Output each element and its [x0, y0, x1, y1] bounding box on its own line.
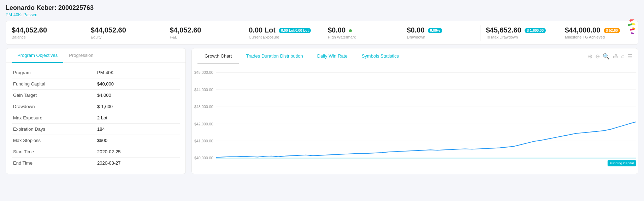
tab-daily-win-rate[interactable]: Daily Win Rate — [310, 48, 355, 64]
stat-max-drawdown-label: To Max Drawdown — [486, 35, 554, 39]
stats-bar: $44,052.60 Balance $44,052.60 Equity $4,… — [6, 21, 638, 45]
stat-milestone-value: $44,000.00 $-52.60 — [565, 26, 632, 34]
chart-toolbar: ⊕ ⊖ 🔍 🖶 ⌂ ☰ — [588, 53, 632, 60]
right-panel: Growth Chart Trades Duration Distributio… — [191, 48, 638, 174]
table-row: Drawdown $-1,600 — [12, 101, 180, 112]
stat-exposure-label: Current Exposure — [249, 35, 316, 39]
stat-balance-label: Balance — [12, 35, 79, 39]
growth-chart-svg: $45,000.00 $44,000.00 $43,000.00 $42,000… — [192, 68, 638, 174]
page-container: Leonardo Keber: 2000225763 PM-40K: Passe… — [0, 0, 644, 178]
y-label-42000: $42,000.00 — [194, 122, 213, 126]
chart-area: $45,000.00 $44,000.00 $43,000.00 $42,000… — [192, 64, 638, 174]
milestone-badge: $-52.60 — [604, 28, 620, 33]
left-panel: Program Objectives Progression Program P… — [6, 48, 186, 174]
stat-max-drawdown-value: $45,652.60 $-1,600.00 — [486, 26, 554, 34]
funding-capital-badge-text: Funding Capital — [610, 161, 634, 165]
row-key: Expiration Days — [12, 124, 96, 135]
row-value: 184 — [96, 124, 180, 135]
stat-drawdown: $0.00 0.00% Drawdown — [401, 25, 480, 41]
row-value: $600 — [96, 135, 180, 146]
row-value: 2020-08-27 — [96, 158, 180, 169]
row-key: Gain Target — [12, 90, 96, 101]
row-key: Drawdown — [12, 101, 96, 112]
stat-pnl-label: P&L — [170, 35, 237, 39]
drawdown-badge: 0.00% — [428, 28, 442, 33]
row-key: Start Time — [12, 146, 96, 158]
svg-rect-1 — [632, 23, 636, 25]
table-row: Start Time 2020-02-25 — [12, 146, 180, 158]
stat-milestone-label: Milestone TG Achieved — [565, 35, 632, 39]
row-value: $-1,600 — [96, 101, 180, 112]
stat-milestone: $44,000.00 $-52.60 Milestone TG Achieved — [559, 25, 638, 41]
stat-max-drawdown: $45,652.60 $-1,600.00 To Max Drawdown — [480, 25, 560, 41]
stat-balance: $44,052.60 Balance — [6, 25, 85, 41]
stat-exposure: 0.00 Lot 0.00 Lot/0.00 Lot Current Expos… — [243, 25, 322, 41]
account-name: Leonardo Keber: 2000225763 — [6, 4, 638, 12]
tab-symbols-statistics[interactable]: Symbols Statistics — [355, 48, 406, 64]
stat-watermark-value: $0.00 — [328, 26, 395, 34]
stat-exposure-value: 0.00 Lot 0.00 Lot/0.00 Lot — [249, 26, 316, 34]
table-row: Gain Target $4,000 — [12, 90, 180, 101]
svg-rect-3 — [632, 27, 636, 30]
table-row: Max Stoploss $600 — [12, 135, 180, 146]
watermark-indicator — [349, 29, 352, 32]
stat-drawdown-value: $0.00 0.00% — [407, 26, 474, 34]
row-value: $40,000 — [96, 78, 180, 90]
table-row: Funding Capital $40,000 — [12, 78, 180, 90]
row-value: $4,000 — [96, 90, 180, 101]
row-key: Funding Capital — [12, 78, 96, 90]
table-row: Program PM-40K — [12, 67, 180, 78]
y-label-43000: $43,000.00 — [194, 105, 213, 109]
stat-watermark: $0.00 High Watermark — [322, 25, 401, 41]
row-value: PM-40K — [96, 67, 180, 78]
row-key: End Time — [12, 158, 96, 169]
stat-pnl: $4,052.60 P&L — [164, 25, 243, 41]
stat-balance-value: $44,052.60 — [12, 26, 79, 34]
svg-rect-0 — [629, 19, 634, 22]
row-key: Max Stoploss — [12, 135, 96, 146]
tab-growth-chart[interactable]: Growth Chart — [197, 48, 239, 64]
zoom-out-icon[interactable]: ⊖ — [595, 53, 600, 60]
menu-icon[interactable]: ☰ — [627, 53, 632, 60]
y-label-45000: $45,000.00 — [194, 70, 213, 75]
tab-progression[interactable]: Progression — [63, 48, 99, 63]
row-value: 2020-02-25 — [96, 146, 180, 158]
stat-equity-value: $44,052.60 — [91, 26, 158, 34]
row-key: Max Exposure — [12, 112, 96, 124]
max-drawdown-badge: $-1,600.00 — [525, 28, 546, 33]
stat-pnl-value: $4,052.60 — [170, 26, 237, 34]
print-icon[interactable]: 🖶 — [613, 53, 618, 59]
row-value: 2 Lot — [96, 112, 180, 124]
home-icon[interactable]: ⌂ — [621, 53, 625, 59]
stat-equity: $44,052.60 Equity — [85, 25, 164, 41]
account-header: Leonardo Keber: 2000225763 PM-40K: Passe… — [6, 4, 638, 17]
info-table: Program PM-40K Funding Capital $40,000 G… — [12, 67, 180, 169]
zoom-in-icon[interactable]: ⊕ — [588, 53, 592, 60]
tab-trades-duration[interactable]: Trades Duration Distribution — [239, 48, 310, 64]
account-status: PM-40K: Passed — [6, 12, 638, 17]
stat-equity-label: Equity — [91, 35, 158, 39]
growth-line — [216, 122, 637, 158]
table-row: Max Exposure 2 Lot — [12, 112, 180, 124]
svg-rect-2 — [628, 23, 632, 26]
exposure-badge: 0.00 Lot/0.00 Lot — [279, 28, 311, 33]
y-label-41000: $41,000.00 — [194, 139, 213, 143]
table-row: Expiration Days 184 — [12, 124, 180, 135]
y-label-44000: $44,000.00 — [194, 88, 213, 92]
row-key: Program — [12, 67, 96, 78]
stat-drawdown-label: Drawdown — [407, 35, 474, 39]
magnify-icon[interactable]: 🔍 — [603, 53, 610, 60]
left-tabs-row: Program Objectives Progression — [6, 48, 185, 63]
tab-program-objectives[interactable]: Program Objectives — [12, 48, 63, 63]
main-content: Program Objectives Progression Program P… — [6, 48, 638, 174]
stat-watermark-label: High Watermark — [328, 35, 395, 39]
y-label-40000: $40,000.00 — [194, 156, 213, 160]
chart-tabs-row: Growth Chart Trades Duration Distributio… — [192, 48, 638, 64]
table-content: Program PM-40K Funding Capital $40,000 G… — [6, 63, 185, 173]
table-row: End Time 2020-08-27 — [12, 158, 180, 169]
